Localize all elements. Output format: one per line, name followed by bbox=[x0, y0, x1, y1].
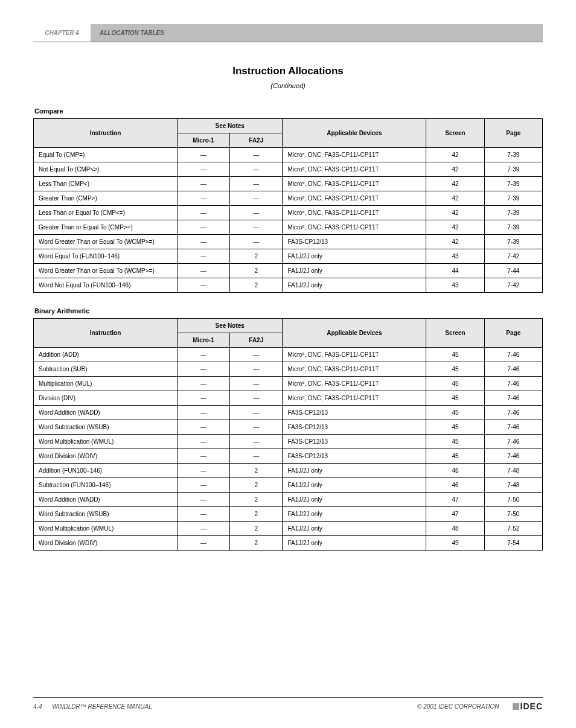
table-row: Greater Than (CMP>)——Micro³, ONC, FA3S-C… bbox=[34, 191, 543, 206]
cell: 47 bbox=[426, 493, 484, 507]
cell: — bbox=[177, 264, 229, 278]
th-page: Page bbox=[484, 119, 542, 148]
cell: Subtraction (FUN100–146) bbox=[34, 478, 178, 493]
cell: 43 bbox=[426, 249, 484, 264]
cell: 7-48 bbox=[484, 464, 542, 478]
cell: FA3S-CP12/13 bbox=[283, 435, 426, 449]
cell: FA1J/2J only bbox=[283, 249, 426, 264]
cell: — bbox=[177, 362, 229, 377]
table-row: Addition (ADD)——Micro³, ONC, FA3S-CP11/-… bbox=[34, 348, 543, 362]
cell: FA3S-CP12/13 bbox=[283, 420, 426, 435]
cell: FA3S-CP12/13 bbox=[283, 235, 426, 249]
cell: 7-42 bbox=[484, 249, 542, 264]
cell: — bbox=[230, 177, 283, 191]
cell: Micro³, ONC, FA3S-CP11/-CP11T bbox=[283, 220, 426, 235]
cell: 47 bbox=[426, 507, 484, 522]
cell: Word Division (WDIV) bbox=[34, 449, 178, 464]
cell: 7-54 bbox=[484, 536, 542, 551]
cell: 7-48 bbox=[484, 478, 542, 493]
cell: 7-50 bbox=[484, 493, 542, 507]
cell: Micro³, ONC, FA3S-CP11/-CP11T bbox=[283, 162, 426, 177]
section-subtitle: (Continued) bbox=[33, 82, 543, 89]
table-row: Addition (FUN100–146)—2FA1J/2J only467-4… bbox=[34, 464, 543, 478]
cell: 45 bbox=[426, 435, 484, 449]
chapter-title: ALLOCATION TABLES bbox=[91, 24, 543, 42]
cell: 7-39 bbox=[484, 235, 542, 249]
table-row: Word Addition (WADD)—2FA1J/2J only477-50 bbox=[34, 493, 543, 507]
cell: Word Subtraction (WSUB) bbox=[34, 420, 178, 435]
th-micro1: Micro-1 bbox=[177, 333, 229, 348]
cell: 43 bbox=[426, 278, 484, 293]
cell: — bbox=[230, 148, 283, 162]
table-row: Word Multiplication (WMUL)——FA3S-CP12/13… bbox=[34, 435, 543, 449]
cell: 2 bbox=[230, 507, 283, 522]
cell: 42 bbox=[426, 206, 484, 220]
cell: 49 bbox=[426, 536, 484, 551]
cell: 42 bbox=[426, 162, 484, 177]
table-row: Word Greater Than or Equal To (WCMP>=)—2… bbox=[34, 264, 543, 278]
logo-text: IDEC bbox=[520, 701, 543, 711]
cell: FA1J/2J only bbox=[283, 478, 426, 493]
cell: — bbox=[177, 206, 229, 220]
cell: Word Equal To (FUN100–146) bbox=[34, 249, 178, 264]
cell: Micro³, ONC, FA3S-CP11/-CP11T bbox=[283, 191, 426, 206]
table-binary: Instruction See Notes Applicable Devices… bbox=[33, 318, 543, 551]
cell: — bbox=[177, 391, 229, 406]
cell: — bbox=[177, 278, 229, 293]
cell: Multiplication (MUL) bbox=[34, 377, 178, 391]
table-row: Subtraction (SUB)——Micro³, ONC, FA3S-CP1… bbox=[34, 362, 543, 377]
cell: 45 bbox=[426, 377, 484, 391]
cell: — bbox=[177, 522, 229, 536]
table-row: Word Multiplication (WMUL)—2FA1J/2J only… bbox=[34, 522, 543, 536]
cell: 7-52 bbox=[484, 522, 542, 536]
cell: 2 bbox=[230, 478, 283, 493]
table-row: Word Addition (WADD)——FA3S-CP12/13457-46 bbox=[34, 406, 543, 420]
footer-copyright: © 2001 IDEC CORPORATION bbox=[417, 703, 499, 710]
cell: 44 bbox=[426, 264, 484, 278]
cell: — bbox=[230, 220, 283, 235]
th-screen: Screen bbox=[426, 119, 484, 148]
cell: 7-46 bbox=[484, 377, 542, 391]
cell: — bbox=[230, 449, 283, 464]
cell: — bbox=[177, 406, 229, 420]
section-heading: Instruction Allocations bbox=[33, 65, 543, 77]
cell: Micro³, ONC, FA3S-CP11/-CP11T bbox=[283, 148, 426, 162]
group-label-compare: Compare bbox=[34, 107, 543, 115]
cell: FA1J/2J only bbox=[283, 264, 426, 278]
chapter-label: CHAPTER 4 bbox=[33, 24, 91, 42]
cell: 2 bbox=[230, 536, 283, 551]
th-devices: Applicable Devices bbox=[283, 119, 426, 148]
cell: Micro³, ONC, FA3S-CP11/-CP11T bbox=[283, 177, 426, 191]
cell: — bbox=[177, 191, 229, 206]
cell: — bbox=[230, 406, 283, 420]
cell: 45 bbox=[426, 391, 484, 406]
cell: — bbox=[230, 391, 283, 406]
table-row: Word Equal To (FUN100–146)—2FA1J/2J only… bbox=[34, 249, 543, 264]
cell: Less Than or Equal To (CMP<=) bbox=[34, 206, 178, 220]
cell: Word Greater Than or Equal To (WCMP>=) bbox=[34, 264, 178, 278]
cell: Word Multiplication (WMUL) bbox=[34, 522, 178, 536]
cell: 7-39 bbox=[484, 148, 542, 162]
cell: 46 bbox=[426, 478, 484, 493]
cell: — bbox=[177, 464, 229, 478]
cell: — bbox=[177, 162, 229, 177]
cell: 2 bbox=[230, 522, 283, 536]
cell: 2 bbox=[230, 493, 283, 507]
cell: FA1J/2J only bbox=[283, 522, 426, 536]
th-fa2j: FA2J bbox=[230, 133, 283, 148]
cell: — bbox=[177, 235, 229, 249]
cell: FA1J/2J only bbox=[283, 464, 426, 478]
th-notes: See Notes bbox=[177, 319, 282, 333]
cell: 45 bbox=[426, 348, 484, 362]
cell: Micro³, ONC, FA3S-CP11/-CP11T bbox=[283, 348, 426, 362]
cell: 42 bbox=[426, 220, 484, 235]
table-row: Equal To (CMP=)——Micro³, ONC, FA3S-CP11/… bbox=[34, 148, 543, 162]
th-instruction: Instruction bbox=[34, 319, 178, 348]
cell: — bbox=[177, 177, 229, 191]
cell: 7-46 bbox=[484, 449, 542, 464]
cell: — bbox=[230, 377, 283, 391]
cell: Micro³, ONC, FA3S-CP11/-CP11T bbox=[283, 391, 426, 406]
table-row: Word Subtraction (WSUB)—2FA1J/2J only477… bbox=[34, 507, 543, 522]
cell: Micro³, ONC, FA3S-CP11/-CP11T bbox=[283, 377, 426, 391]
cell: 7-46 bbox=[484, 406, 542, 420]
